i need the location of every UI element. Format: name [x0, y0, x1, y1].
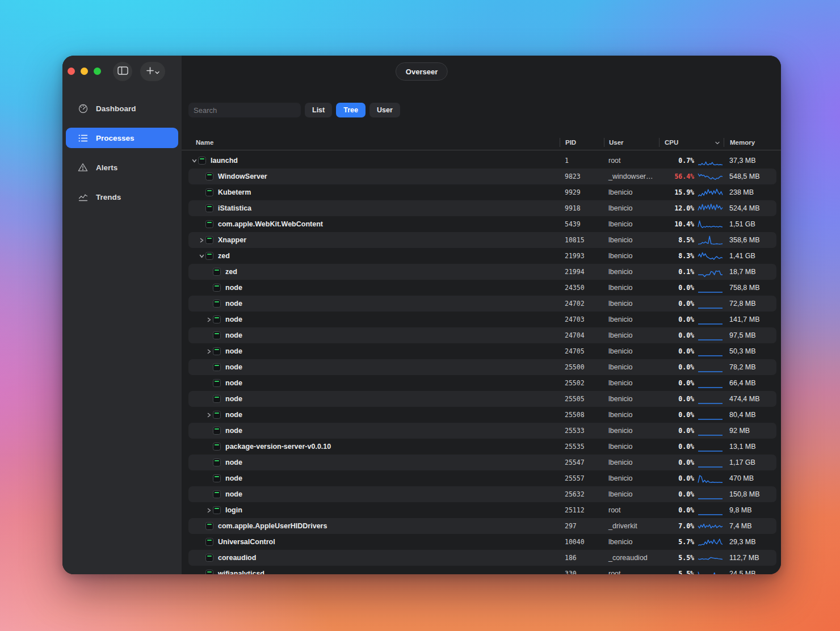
- disclosure-collapsed-icon[interactable]: [205, 508, 213, 513]
- process-name: coreaudiod: [218, 554, 256, 562]
- sidebar-item-processes[interactable]: Processes: [66, 128, 178, 148]
- column-header-pid[interactable]: PID: [560, 138, 604, 147]
- process-cpu-cell: 10.4%: [659, 218, 724, 230]
- column-header-memory[interactable]: Memory: [724, 138, 776, 147]
- close-button[interactable]: [68, 68, 75, 75]
- sidebar-item-dashboard[interactable]: Dashboard: [66, 98, 178, 119]
- disclosure-expanded-icon[interactable]: [191, 158, 198, 163]
- table-row[interactable]: launchd1root0.7%37,3 MB: [188, 153, 776, 169]
- search-input[interactable]: [188, 103, 301, 117]
- process-pid: 10815: [560, 236, 604, 244]
- process-name-cell: login: [188, 506, 560, 514]
- terminal-app-icon: [213, 411, 221, 419]
- process-user: lbenicio: [604, 379, 659, 387]
- process-pid: 9823: [560, 173, 604, 180]
- table-row[interactable]: package-version-server-v0.0.1025535lbeni…: [188, 439, 776, 455]
- process-cpu-percent: 0.0%: [659, 506, 694, 514]
- process-name-cell: node: [188, 363, 560, 371]
- process-name: Xnapper: [218, 236, 246, 244]
- terminal-app-icon: [205, 554, 213, 562]
- process-user: lbenicio: [604, 316, 659, 323]
- process-cpu-cell: 7.0%: [659, 520, 724, 532]
- process-memory: 7,4 MB: [724, 522, 776, 530]
- zoom-button[interactable]: [94, 68, 101, 75]
- table-row[interactable]: node24350lbenicio0.0%758,8 MB: [188, 280, 776, 296]
- cpu-sparkline: [698, 187, 723, 198]
- cpu-sparkline: [698, 314, 723, 325]
- table-row[interactable]: node25547lbenicio0.0%1,17 GB: [188, 455, 776, 470]
- table-row[interactable]: node25508lbenicio0.0%80,4 MB: [188, 407, 776, 423]
- app-window: Overseer: [62, 56, 781, 574]
- table-row[interactable]: node25632lbenicio0.0%150,8 MB: [188, 486, 776, 502]
- process-memory: 13,1 MB: [724, 443, 776, 451]
- table-row[interactable]: coreaudiod186_coreaudiod5.5%112,7 MB: [188, 550, 776, 566]
- add-button[interactable]: [140, 62, 165, 81]
- terminal-app-icon: [205, 252, 213, 260]
- process-cpu-percent: 0.0%: [659, 458, 694, 466]
- terminal-app-icon: [213, 268, 221, 276]
- process-name-cell: node: [188, 411, 560, 419]
- process-name: com.apple.AppleUserHIDDrivers: [218, 522, 327, 530]
- table-row[interactable]: node24703lbenicio0.0%141,7 MB: [188, 312, 776, 327]
- table-row[interactable]: zed21993lbenicio8.3%1,41 GB: [188, 248, 776, 264]
- table-row[interactable]: com.apple.WebKit.WebContent5439lbenicio1…: [188, 216, 776, 232]
- process-user: lbenicio: [604, 268, 659, 276]
- minimize-button[interactable]: [81, 68, 88, 75]
- table-row[interactable]: iStatistica9918lbenicio12.0%524,4 MB: [188, 200, 776, 216]
- toggle-sidebar-button[interactable]: [113, 62, 132, 81]
- table-row[interactable]: node24704lbenicio0.0%97,5 MB: [188, 327, 776, 343]
- table-row[interactable]: node25557lbenicio0.0%470 MB: [188, 470, 776, 486]
- view-mode-tree[interactable]: Tree: [336, 103, 366, 117]
- table-row[interactable]: wifianalyticsd330root5.5%24,5 MB: [188, 566, 776, 574]
- table-row[interactable]: UniversalControl10040lbenicio5.7%29,3 MB: [188, 534, 776, 550]
- process-cpu-percent: 0.7%: [659, 157, 694, 165]
- table-row[interactable]: WindowServer9823_windowser…56.4%548,5 MB: [188, 169, 776, 184]
- cpu-sparkline: [698, 298, 723, 309]
- process-pid: 9929: [560, 188, 604, 196]
- process-memory: 1,41 GB: [724, 252, 776, 260]
- disclosure-expanded-icon[interactable]: [198, 254, 205, 259]
- process-name: launchd: [211, 157, 238, 165]
- process-cpu-cell: 0.0%: [659, 330, 724, 341]
- process-cpu-percent: 10.4%: [659, 220, 694, 228]
- cpu-sparkline: [698, 377, 723, 389]
- process-pid: 330: [560, 570, 604, 574]
- process-name: login: [225, 506, 242, 514]
- column-header-cpu[interactable]: CPU: [659, 138, 724, 147]
- table-row[interactable]: node25505lbenicio0.0%474,4 MB: [188, 391, 776, 407]
- process-name-cell: node: [188, 395, 560, 403]
- table-row[interactable]: com.apple.AppleUserHIDDrivers297_driverk…: [188, 518, 776, 534]
- process-cpu-percent: 0.1%: [659, 268, 694, 276]
- process-memory: 238 MB: [724, 188, 776, 196]
- disclosure-collapsed-icon[interactable]: [205, 349, 213, 354]
- table-row[interactable]: node25502lbenicio0.0%66,4 MB: [188, 375, 776, 391]
- process-user: lbenicio: [604, 443, 659, 451]
- table-row[interactable]: Kubeterm9929lbenicio15.9%238 MB: [188, 184, 776, 200]
- process-name: zed: [218, 252, 230, 260]
- column-header-name[interactable]: Name: [188, 138, 560, 147]
- sidebar-item-alerts[interactable]: Alerts: [66, 157, 178, 178]
- disclosure-collapsed-icon[interactable]: [205, 413, 213, 418]
- table-row[interactable]: node24702lbenicio0.0%72,8 MB: [188, 296, 776, 312]
- process-pid: 5439: [560, 220, 604, 228]
- process-name-cell: node: [188, 347, 560, 355]
- table-row[interactable]: node25533lbenicio0.0%92 MB: [188, 423, 776, 439]
- table-row[interactable]: node25500lbenicio0.0%78,2 MB: [188, 359, 776, 375]
- sidebar-item-trends[interactable]: Trends: [66, 187, 178, 207]
- cpu-sparkline: [698, 234, 723, 246]
- process-memory: 470 MB: [724, 474, 776, 482]
- process-cpu-cell: 5.7%: [659, 536, 724, 548]
- process-user: _windowser…: [604, 173, 659, 180]
- process-pid: 25557: [560, 474, 604, 482]
- disclosure-collapsed-icon[interactable]: [205, 317, 213, 322]
- column-header-user[interactable]: User: [604, 138, 659, 147]
- table-row[interactable]: node24705lbenicio0.0%50,3 MB: [188, 343, 776, 359]
- table-row[interactable]: zed21994lbenicio0.1%18,7 MB: [188, 264, 776, 280]
- process-cpu-cell: 5.5%: [659, 552, 724, 563]
- disclosure-collapsed-icon[interactable]: [198, 238, 205, 243]
- view-mode-user[interactable]: User: [369, 103, 400, 117]
- table-row[interactable]: Xnapper10815lbenicio8.5%358,6 MB: [188, 232, 776, 248]
- table-row[interactable]: login25112root0.0%9,8 MB: [188, 502, 776, 518]
- view-mode-list[interactable]: List: [305, 103, 332, 117]
- warning-icon: [78, 163, 88, 172]
